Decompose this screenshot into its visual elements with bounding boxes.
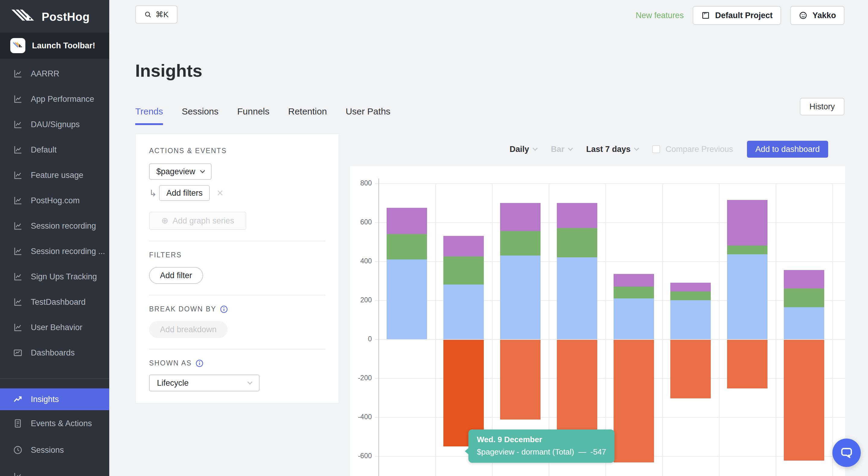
sidebar-item-app-performance[interactable]: App Performance — [0, 86, 109, 112]
info-icon[interactable] — [195, 359, 204, 367]
bar-dormant-day6[interactable] — [670, 340, 711, 398]
sidebar-item-insights[interactable]: Insights — [0, 388, 109, 410]
bar-returning-day8[interactable] — [784, 289, 824, 307]
sidebar-item-label: AARRR — [31, 69, 59, 79]
tab-funnels[interactable]: Funnels — [237, 106, 270, 125]
sidebar-item-label: TestDashboard — [31, 297, 86, 307]
bar-returning-day7[interactable] — [727, 245, 768, 254]
add-graph-series-button[interactable]: ⊕ Add graph series — [149, 212, 246, 230]
history-button[interactable]: History — [800, 98, 844, 115]
sidebar-item-dau-signups[interactable]: DAU/Signups — [0, 112, 109, 137]
interval-dropdown[interactable]: Daily — [510, 145, 537, 154]
bar-resurrecting-day6[interactable] — [670, 283, 711, 292]
bar-new-day3[interactable] — [500, 256, 540, 339]
tab-trends[interactable]: Trends — [135, 106, 163, 125]
bar-dormant-day7[interactable] — [727, 340, 768, 388]
bar-dormant-day8[interactable] — [784, 340, 824, 460]
add-to-dashboard-button[interactable]: Add to dashboard — [747, 141, 828, 158]
sidebar-item-user-behavior[interactable]: User Behavior — [0, 315, 109, 340]
bar-dormant-day3[interactable] — [500, 340, 540, 419]
bar-new-day6[interactable] — [670, 300, 711, 339]
posthog-app: PostHog Launch Toolbar! AARRRApp Perform… — [0, 0, 868, 476]
chart-type-dropdown[interactable]: Bar — [551, 145, 572, 154]
bar-new-day5[interactable] — [614, 298, 654, 339]
project-selector-button[interactable]: Default Project — [693, 6, 781, 25]
bar-resurrecting-day5[interactable] — [614, 274, 654, 287]
sidebar: PostHog Launch Toolbar! AARRRApp Perform… — [0, 0, 109, 476]
compare-previous-checkbox[interactable] — [652, 145, 660, 153]
sidebar-item-label: Sign Ups Tracking — [31, 272, 97, 281]
tab-retention[interactable]: Retention — [288, 106, 327, 125]
sidebar-item-label: App Performance — [31, 94, 94, 104]
shown-as-select[interactable]: Lifecycle — [149, 375, 259, 391]
bar-new-day7[interactable] — [727, 254, 768, 339]
bar-returning-day1[interactable] — [386, 234, 427, 260]
bar-new-day4[interactable] — [557, 257, 597, 339]
event-selector[interactable]: $pageview — [149, 163, 212, 180]
tooltip-series-value: $pageview - dormant (Total)—-547 — [477, 447, 606, 457]
bar-returning-day5[interactable] — [614, 287, 654, 298]
line-chart-icon — [13, 472, 23, 476]
sidebar-item-session-recording-[interactable]: Session recording ... — [0, 239, 109, 264]
sidebar-item-default[interactable]: Default — [0, 137, 109, 162]
compare-previous-toggle[interactable]: Compare Previous — [652, 145, 733, 154]
bar-dormant-day5[interactable] — [614, 340, 654, 463]
posthog-logo[interactable]: PostHog — [0, 0, 109, 33]
sidebar-item-sign-ups-tracking[interactable]: Sign Ups Tracking — [0, 264, 109, 289]
sidebar-item-label: User Behavior — [31, 323, 83, 332]
gridline-x — [832, 183, 833, 476]
bar-new-day1[interactable] — [386, 260, 427, 339]
bar-resurrecting-day1[interactable] — [386, 208, 427, 234]
bar-new-day8[interactable] — [784, 307, 824, 339]
remove-event-icon[interactable]: ✕ — [216, 188, 223, 198]
y-axis-tick-label: -600 — [350, 452, 372, 460]
y-axis-tick-label: 0 — [350, 335, 372, 343]
y-axis-line — [378, 179, 379, 476]
gridline-y-800 — [375, 183, 845, 184]
sidebar-item-dashboards[interactable]: Dashboards — [0, 340, 109, 365]
bar-new-day2[interactable] — [443, 285, 484, 339]
launch-toolbar-label: Launch Toolbar! — [32, 41, 95, 51]
add-filters-button[interactable]: Add filters — [159, 185, 210, 201]
bar-returning-day6[interactable] — [670, 292, 711, 300]
sidebar-item-session-recording[interactable]: Session recording — [0, 213, 109, 239]
line-chart-icon — [13, 271, 23, 282]
bar-resurrecting-day3[interactable] — [500, 203, 540, 231]
topbar-right: New features Default Project Yakko — [636, 6, 844, 25]
user-menu-button[interactable]: Yakko — [790, 6, 844, 25]
bar-returning-day4[interactable] — [557, 228, 597, 257]
plus-circle-icon: ⊕ — [161, 216, 168, 225]
sidebar-item-aarrr[interactable]: AARRR — [0, 61, 109, 86]
info-icon[interactable] — [220, 305, 228, 313]
sidebar-item-partial[interactable] — [0, 463, 109, 476]
bar-resurrecting-day4[interactable] — [557, 203, 597, 228]
launch-toolbar-button[interactable]: Launch Toolbar! — [0, 33, 109, 59]
bar-resurrecting-day7[interactable] — [727, 200, 768, 246]
date-range-dropdown[interactable]: Last 7 days — [586, 145, 638, 154]
insight-tabs: TrendsSessionsFunnelsRetentionUser Paths — [135, 106, 391, 125]
bar-resurrecting-day2[interactable] — [443, 236, 484, 257]
sidebar-item-posthog-com[interactable]: PostHog.com — [0, 188, 109, 213]
line-chart-icon — [13, 170, 23, 180]
tab-sessions[interactable]: Sessions — [182, 106, 218, 125]
sidebar-item-label: DAU/Signups — [31, 120, 80, 129]
bar-returning-day3[interactable] — [500, 231, 540, 256]
search-shortcut: ⌘K — [155, 10, 168, 19]
sidebar-item-events-actions[interactable]: Events & Actions — [0, 410, 109, 437]
add-breakdown-button[interactable]: Add breakdown — [149, 321, 227, 338]
line-chart-icon — [13, 246, 23, 257]
sidebar-item-sessions[interactable]: Sessions — [0, 437, 109, 463]
chat-launcher-button[interactable] — [832, 439, 861, 467]
gridline-x — [776, 183, 776, 476]
sidebar-item-testdashboard[interactable]: TestDashboard — [0, 289, 109, 315]
search-button[interactable]: ⌘K — [135, 5, 178, 24]
clock-icon — [13, 445, 23, 455]
sidebar-item-feature-usage[interactable]: Feature usage — [0, 162, 109, 188]
logo-text: PostHog — [42, 10, 90, 24]
tab-user-paths[interactable]: User Paths — [346, 106, 390, 125]
new-features-link[interactable]: New features — [636, 11, 684, 20]
bar-resurrecting-day8[interactable] — [784, 270, 824, 289]
add-filter-button[interactable]: Add filter — [149, 267, 203, 284]
smiley-icon — [799, 11, 808, 20]
bar-returning-day2[interactable] — [443, 257, 484, 285]
